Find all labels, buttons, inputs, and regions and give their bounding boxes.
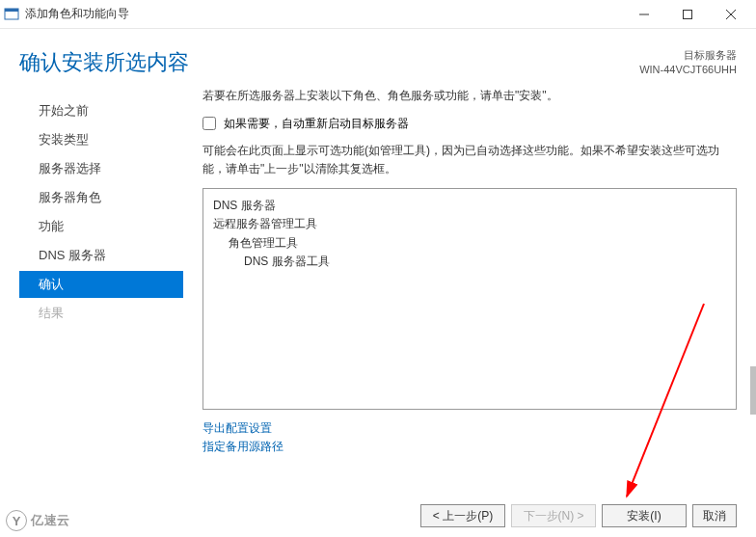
scrollbar-thumb[interactable] — [750, 366, 756, 415]
list-item: 角色管理工具 — [213, 234, 726, 253]
export-config-link[interactable]: 导出配置设置 — [202, 419, 737, 438]
sidebar-item-results: 结果 — [29, 300, 183, 327]
cancel-button[interactable]: 取消 — [692, 504, 737, 527]
window-title: 添加角色和功能向导 — [25, 6, 129, 22]
auto-restart-row: 如果需要，自动重新启动目标服务器 — [202, 116, 737, 132]
sidebar-item-server-roles[interactable]: 服务器角色 — [29, 184, 183, 211]
titlebar: 添加角色和功能向导 — [0, 0, 756, 29]
target-server-info: 目标服务器 WIN-44VCJT66UHH — [639, 48, 737, 78]
next-button: 下一步(N) > — [511, 504, 596, 527]
intro-text: 若要在所选服务器上安装以下角色、角色服务或功能，请单击"安装"。 — [202, 88, 737, 104]
maximize-button[interactable] — [665, 0, 709, 29]
sidebar-item-install-type[interactable]: 安装类型 — [29, 126, 183, 153]
install-button[interactable]: 安装(I) — [602, 504, 687, 527]
svg-rect-1 — [5, 9, 18, 12]
app-icon — [4, 7, 19, 22]
auto-restart-checkbox[interactable] — [202, 117, 216, 130]
sidebar-item-server-selection[interactable]: 服务器选择 — [29, 155, 183, 182]
auto-restart-label[interactable]: 如果需要，自动重新启动目标服务器 — [224, 116, 409, 132]
selection-listbox[interactable]: DNS 服务器 远程服务器管理工具 角色管理工具 DNS 服务器工具 — [202, 188, 737, 410]
content-panel: 若要在所选服务器上安装以下角色、角色服务或功能，请单击"安装"。 如果需要，自动… — [183, 88, 756, 457]
wizard-footer: < 上一步(P) 下一步(N) > 安装(I) 取消 — [420, 504, 737, 527]
bottom-links: 导出配置设置 指定备用源路径 — [202, 419, 737, 456]
body: 开始之前 安装类型 服务器选择 服务器角色 功能 DNS 服务器 确认 结果 若… — [0, 88, 756, 457]
sidebar-item-features[interactable]: 功能 — [29, 213, 183, 240]
alt-source-path-link[interactable]: 指定备用源路径 — [202, 438, 737, 456]
watermark: Y 亿速云 — [6, 510, 70, 531]
close-button[interactable] — [709, 0, 752, 29]
list-item: 远程服务器管理工具 — [213, 215, 726, 233]
watermark-text: 亿速云 — [31, 512, 70, 529]
minimize-button[interactable] — [622, 0, 665, 29]
optional-features-note: 可能会在此页面上显示可选功能(如管理工具)，因为已自动选择这些功能。如果不希望安… — [202, 142, 737, 178]
page-title: 确认安装所选内容 — [19, 48, 189, 77]
sidebar: 开始之前 安装类型 服务器选择 服务器角色 功能 DNS 服务器 确认 结果 — [0, 88, 183, 457]
sidebar-item-dns-server[interactable]: DNS 服务器 — [29, 242, 183, 269]
header: 确认安装所选内容 目标服务器 WIN-44VCJT66UHH — [0, 29, 756, 88]
sidebar-item-confirmation[interactable]: 确认 — [19, 271, 183, 298]
list-item: DNS 服务器 — [213, 197, 726, 215]
list-item: DNS 服务器工具 — [213, 253, 726, 271]
sidebar-item-before-begin[interactable]: 开始之前 — [29, 97, 183, 124]
target-server-label: 目标服务器 — [639, 48, 737, 63]
target-server-value: WIN-44VCJT66UHH — [639, 63, 737, 77]
previous-button[interactable]: < 上一步(P) — [420, 504, 505, 527]
svg-rect-3 — [683, 10, 691, 18]
watermark-icon: Y — [6, 510, 27, 531]
